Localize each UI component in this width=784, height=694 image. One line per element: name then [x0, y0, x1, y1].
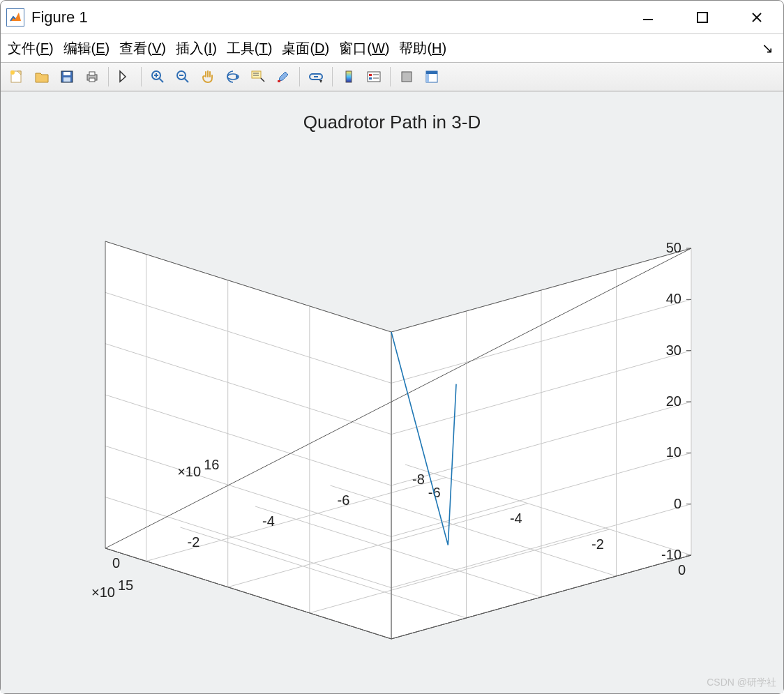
- svg-rect-32: [369, 74, 372, 76]
- data-cursor-button[interactable]: [246, 66, 270, 88]
- menu-d[interactable]: 桌面(D): [282, 39, 329, 58]
- svg-rect-26: [278, 80, 280, 82]
- figure-area[interactable]: Quadrotor Path in 3-D -10010203040500-2-…: [1, 91, 783, 693]
- pan-button[interactable]: [196, 66, 220, 88]
- toolbar-separator: [141, 67, 142, 86]
- svg-text:-6: -6: [338, 492, 350, 508]
- toolbar-separator: [332, 67, 333, 86]
- edit-plot-button[interactable]: [113, 66, 137, 88]
- pan-icon: [200, 69, 216, 84]
- svg-text:0: 0: [678, 562, 686, 578]
- zoom-in-icon: [150, 69, 165, 84]
- chart-title: Quadrotor Path in 3-D: [1, 112, 783, 133]
- open-file-icon: [34, 69, 50, 84]
- menu-t[interactable]: 工具(T): [227, 39, 273, 58]
- menubar: 文件(F)编辑(E)查看(V)插入(I)工具(T)桌面(D)窗口(W)帮助(H)…: [1, 34, 783, 62]
- brush-button[interactable]: [271, 66, 295, 88]
- menu-f[interactable]: 文件(F): [8, 39, 54, 58]
- hide-plot-tools-button[interactable]: [395, 66, 419, 88]
- open-file-button[interactable]: [30, 66, 54, 88]
- svg-rect-12: [89, 78, 95, 82]
- toolbar-separator: [299, 67, 300, 86]
- toolbar: [1, 62, 783, 91]
- data-cursor-icon: [250, 69, 266, 84]
- matlab-icon: [6, 8, 24, 27]
- svg-text:15: 15: [118, 578, 133, 593]
- new-figure-icon: [9, 69, 24, 84]
- svg-rect-22: [252, 71, 261, 78]
- menu-i[interactable]: 插入(I): [176, 39, 217, 58]
- svg-text:30: 30: [666, 342, 681, 358]
- svg-text:50: 50: [666, 240, 681, 255]
- hide-plot-tools-icon: [399, 69, 414, 84]
- svg-text:-2: -2: [188, 534, 200, 550]
- dock-arrow-icon[interactable]: ↘: [762, 40, 776, 56]
- minimize-button[interactable]: [634, 7, 662, 28]
- show-plot-tools-button[interactable]: [420, 66, 444, 88]
- svg-text:0: 0: [674, 496, 681, 511]
- svg-rect-9: [63, 77, 70, 82]
- rotate-3d-button[interactable]: [221, 66, 245, 88]
- zoom-out-icon: [175, 69, 190, 84]
- menu-w[interactable]: 窗口(W): [339, 39, 389, 58]
- svg-text:×10: ×10: [91, 584, 115, 600]
- axes-3d[interactable]: -10010203040500-2-4-6-8-6-4-20×1016×1015: [50, 137, 733, 667]
- svg-rect-36: [402, 72, 412, 82]
- menu-h[interactable]: 帮助(H): [399, 39, 446, 58]
- insert-legend-button[interactable]: [362, 66, 386, 88]
- svg-rect-8: [63, 72, 70, 75]
- svg-rect-11: [89, 72, 95, 75]
- svg-text:-8: -8: [412, 472, 425, 487]
- insert-colorbar-button[interactable]: [337, 66, 361, 88]
- brush-icon: [276, 69, 291, 84]
- print-button[interactable]: [80, 66, 104, 88]
- menu-e[interactable]: 编辑(E): [63, 39, 110, 58]
- svg-line-25: [261, 78, 264, 82]
- svg-rect-31: [368, 72, 380, 82]
- svg-rect-1: [698, 13, 707, 22]
- save-button[interactable]: [55, 66, 79, 88]
- rotate-3d-icon: [225, 69, 241, 84]
- maximize-button[interactable]: [688, 7, 716, 28]
- svg-text:-2: -2: [591, 536, 604, 552]
- show-plot-tools-icon: [424, 69, 439, 84]
- svg-line-18: [184, 78, 188, 82]
- svg-text:-4: -4: [510, 511, 522, 526]
- svg-text:×10: ×10: [177, 464, 201, 479]
- toolbar-separator: [390, 67, 391, 86]
- save-icon: [59, 69, 75, 84]
- svg-marker-29: [319, 80, 322, 83]
- window-buttons: [634, 7, 771, 28]
- edit-plot-icon: [117, 69, 133, 84]
- svg-text:16: 16: [204, 457, 219, 472]
- svg-text:10: 10: [666, 444, 681, 460]
- menu-v[interactable]: 查看(V): [119, 39, 166, 58]
- toolbar-separator: [108, 67, 109, 86]
- figure-window: Figure 1 文件(F)编辑(E)查看(V)插入(I)工具(T)桌面(D)窗…: [0, 0, 784, 694]
- insert-legend-icon: [366, 69, 382, 84]
- svg-text:-4: -4: [262, 513, 275, 529]
- new-figure-button[interactable]: [5, 66, 29, 88]
- svg-rect-33: [369, 77, 372, 80]
- svg-text:20: 20: [666, 393, 681, 409]
- titlebar: Figure 1: [1, 1, 783, 34]
- svg-text:40: 40: [666, 291, 681, 306]
- link-plot-icon: [308, 69, 324, 84]
- print-icon: [84, 69, 100, 84]
- insert-colorbar-icon: [341, 69, 356, 84]
- zoom-in-button[interactable]: [146, 66, 169, 88]
- close-button[interactable]: [743, 7, 771, 28]
- svg-line-14: [159, 78, 163, 82]
- link-plot-button[interactable]: [304, 66, 328, 88]
- svg-rect-30: [346, 71, 352, 82]
- watermark: CSDN @研学社: [707, 677, 776, 689]
- window-title: Figure 1: [31, 8, 634, 27]
- svg-text:0: 0: [112, 555, 120, 571]
- svg-point-6: [10, 70, 15, 75]
- svg-text:-10: -10: [661, 547, 681, 562]
- svg-rect-38: [426, 71, 437, 74]
- zoom-out-button[interactable]: [171, 66, 195, 88]
- svg-rect-39: [426, 74, 429, 82]
